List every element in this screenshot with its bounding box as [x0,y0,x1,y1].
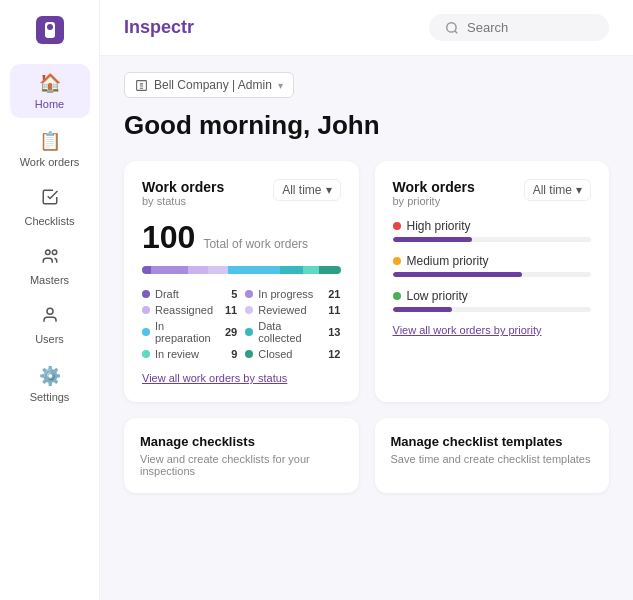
priority-text: High priority [407,219,471,233]
view-all-status-link[interactable]: View all work orders by status [142,372,341,384]
priority-bar-bg [393,272,592,277]
total-label: Total of work orders [203,237,308,251]
sidebar-item-label: Users [35,333,64,345]
card-title: Work orders [142,179,224,195]
greeting-text: Good morning, John [124,110,609,141]
home-icon: 🏠 [39,72,61,94]
priority-bar-fill [393,307,453,312]
view-all-priority-link[interactable]: View all work orders by priority [393,324,592,336]
status-label: In preparation [155,320,220,344]
sidebar-item-label: Settings [30,391,70,403]
manage-checklist-templates-card[interactable]: Manage checklist templates Save time and… [375,418,610,493]
search-input[interactable] [467,20,587,35]
total-number: 100 [142,219,195,256]
work-orders-icon: 📋 [39,130,61,152]
sidebar-item-label: Home [35,98,64,110]
priority-item: Low priority [393,289,592,312]
card-header-priority: Work orders by priority All time ▾ [393,179,592,207]
status-row: Data collected 13 [245,320,340,344]
time-filter-priority[interactable]: All time ▾ [524,179,591,201]
status-count: 11 [225,304,237,316]
bottom-card-title: Manage checklist templates [391,434,594,449]
status-dot [142,290,150,298]
priority-text: Low priority [407,289,468,303]
svg-point-0 [45,250,50,255]
logo-icon [45,22,55,38]
chevron-down-icon: ▾ [278,80,283,91]
card-title-group-priority: Work orders by priority [393,179,475,207]
priority-card-subtitle: by priority [393,195,475,207]
time-filter-label-priority: All time [533,183,572,197]
priority-dot [393,222,401,230]
status-row: In progress 21 [245,288,340,300]
main-content: Inspectr Bell Company | Admin ▾ Good mor… [100,0,633,600]
priority-dot [393,257,401,265]
sidebar-item-home[interactable]: 🏠 Home [10,64,90,118]
building-icon [135,79,148,92]
status-count: 12 [328,348,340,360]
status-label: Draft [155,288,179,300]
priority-bar-bg [393,237,592,242]
manage-checklists-card[interactable]: Manage checklists View and create checkl… [124,418,359,493]
users-icon [41,306,59,329]
sidebar-item-work-orders[interactable]: 📋 Work orders [10,122,90,176]
priority-item: High priority [393,219,592,242]
status-row: In review 9 [142,348,237,360]
work-orders-status-card: Work orders by status All time ▾ 100 Tot… [124,161,359,402]
content-area: Bell Company | Admin ▾ Good morning, Joh… [100,56,633,600]
header: Inspectr [100,0,633,56]
status-count: 21 [328,288,340,300]
status-dot [142,306,150,314]
company-badge[interactable]: Bell Company | Admin ▾ [124,72,294,98]
priority-list: High priority Medium priority Low priori… [393,219,592,312]
priority-label: High priority [393,219,592,233]
priority-label: Medium priority [393,254,592,268]
priority-bar-bg [393,307,592,312]
sidebar-item-label: Work orders [20,156,80,168]
time-filter-label: All time [282,183,321,197]
total-row: 100 Total of work orders [142,219,341,256]
dashboard-grid: Work orders by status All time ▾ 100 Tot… [124,161,609,402]
status-row: In preparation 29 [142,320,237,344]
masters-icon [41,247,59,270]
sidebar: 🏠 Home 📋 Work orders Checklists Masters [0,0,100,600]
priority-bar-fill [393,237,472,242]
status-row: Reassigned 11 [142,304,237,316]
priority-dot [393,292,401,300]
card-header: Work orders by status All time ▾ [142,179,341,207]
svg-point-1 [52,250,57,255]
status-count: 29 [225,326,237,338]
priority-text: Medium priority [407,254,489,268]
sidebar-item-users[interactable]: Users [10,298,90,353]
time-filter-status[interactable]: All time ▾ [273,179,340,201]
checklists-icon [41,188,59,211]
priority-label: Low priority [393,289,592,303]
status-count: 9 [231,348,237,360]
card-title-group: Work orders by status [142,179,224,207]
status-count: 5 [231,288,237,300]
sidebar-item-label: Masters [30,274,69,286]
chevron-down-icon: ▾ [326,183,332,197]
status-label: Reviewed [258,304,306,316]
logo-text: Inspectr [124,17,194,38]
sidebar-item-masters[interactable]: Masters [10,239,90,294]
card-subtitle: by status [142,195,224,207]
bottom-card-title: Manage checklists [140,434,343,449]
status-label: In review [155,348,199,360]
status-dot [245,290,253,298]
sidebar-item-settings[interactable]: ⚙️ Settings [10,357,90,411]
app-logo [36,16,64,44]
search-icon [445,21,459,35]
search-bar[interactable] [429,14,609,41]
status-row: Closed 12 [245,348,340,360]
status-dot [245,328,253,336]
settings-icon: ⚙️ [39,365,61,387]
status-label: Data collected [258,320,323,344]
status-dot [245,306,253,314]
chevron-down-icon: ▾ [576,183,582,197]
sidebar-item-label: Checklists [24,215,74,227]
status-dot [245,350,253,358]
sidebar-item-checklists[interactable]: Checklists [10,180,90,235]
status-row: Reviewed 11 [245,304,340,316]
status-table: Draft 5 In progress 21 Reassigned 11 Rev… [142,288,341,360]
